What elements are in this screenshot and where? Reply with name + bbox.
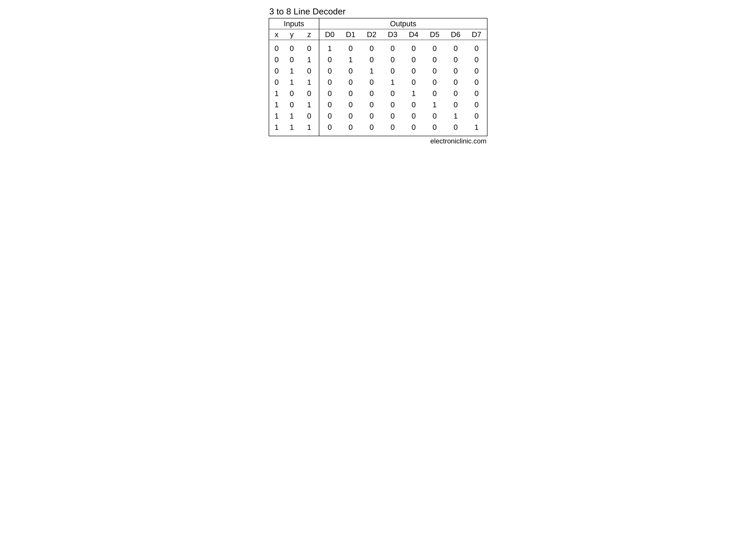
cell: 0 <box>361 76 382 88</box>
cell: 0 <box>361 54 382 66</box>
cell: 1 <box>299 122 319 136</box>
cell: 1 <box>361 66 382 76</box>
cell: 0 <box>319 110 340 122</box>
cell: 0 <box>403 110 424 122</box>
cell: 0 <box>340 40 361 54</box>
col-d6: D6 <box>445 29 466 40</box>
cell: 0 <box>382 122 403 136</box>
cell: 0 <box>403 122 424 136</box>
cell: 0 <box>340 122 361 136</box>
cell: 0 <box>403 40 424 54</box>
cell: 0 <box>424 76 445 88</box>
table-row: 1 0 1 0 0 0 0 0 1 0 0 <box>269 99 487 110</box>
cell: 1 <box>299 76 319 88</box>
cell: 0 <box>445 122 466 136</box>
cell: 0 <box>403 66 424 76</box>
cell: 0 <box>466 88 487 99</box>
source-credit: electroniclinic.com <box>269 137 487 145</box>
cell: 0 <box>299 40 319 54</box>
cell: 0 <box>361 40 382 54</box>
cell: 0 <box>284 40 299 54</box>
cell: 1 <box>340 54 361 66</box>
cell: 1 <box>424 99 445 110</box>
cell: 0 <box>424 54 445 66</box>
cell: 1 <box>299 54 319 66</box>
cell: 0 <box>466 66 487 76</box>
col-y: y <box>284 29 299 40</box>
outputs-group-header: Outputs <box>319 18 487 29</box>
cell: 0 <box>361 99 382 110</box>
cell: 0 <box>284 99 299 110</box>
cell: 0 <box>284 88 299 99</box>
cell: 0 <box>424 40 445 54</box>
cell: 0 <box>466 110 487 122</box>
cell: 0 <box>319 122 340 136</box>
cell: 0 <box>424 110 445 122</box>
table-row: 0 1 0 0 0 1 0 0 0 0 0 <box>269 66 487 76</box>
cell: 0 <box>445 88 466 99</box>
table-body: 0 0 0 1 0 0 0 0 0 0 0 0 0 1 0 1 0 0 0 <box>269 40 487 136</box>
cell: 0 <box>403 54 424 66</box>
cell: 0 <box>424 122 445 136</box>
cell: 0 <box>445 66 466 76</box>
cell: 0 <box>466 54 487 66</box>
cell: 0 <box>319 88 340 99</box>
table-row: 0 1 1 0 0 0 1 0 0 0 0 <box>269 76 487 88</box>
table-group-header-row: Inputs Outputs <box>269 18 487 29</box>
cell: 1 <box>269 88 284 99</box>
col-d5: D5 <box>424 29 445 40</box>
cell: 0 <box>299 110 319 122</box>
truth-table: Inputs Outputs x y z D0 D1 D2 D3 D4 D5 D… <box>269 18 487 136</box>
inputs-group-header: Inputs <box>269 18 319 29</box>
cell: 0 <box>361 88 382 99</box>
col-d3: D3 <box>382 29 403 40</box>
col-d2: D2 <box>361 29 382 40</box>
cell: 1 <box>382 76 403 88</box>
cell: 0 <box>445 99 466 110</box>
cell: 0 <box>319 66 340 76</box>
cell: 0 <box>340 110 361 122</box>
cell: 0 <box>299 88 319 99</box>
cell: 1 <box>284 122 299 136</box>
cell: 1 <box>269 99 284 110</box>
cell: 0 <box>319 99 340 110</box>
cell: 1 <box>269 122 284 136</box>
cell: 0 <box>340 66 361 76</box>
cell: 1 <box>445 110 466 122</box>
table-row: 1 1 0 0 0 0 0 0 0 1 0 <box>269 110 487 122</box>
cell: 0 <box>382 110 403 122</box>
cell: 0 <box>361 110 382 122</box>
cell: 0 <box>269 66 284 76</box>
cell: 0 <box>361 122 382 136</box>
cell: 0 <box>445 54 466 66</box>
cell: 0 <box>403 99 424 110</box>
cell: 0 <box>340 88 361 99</box>
cell: 0 <box>269 54 284 66</box>
cell: 1 <box>284 66 299 76</box>
cell: 0 <box>382 88 403 99</box>
cell: 0 <box>382 66 403 76</box>
cell: 1 <box>284 76 299 88</box>
col-z: z <box>299 29 319 40</box>
cell: 1 <box>284 110 299 122</box>
cell: 0 <box>466 76 487 88</box>
table-row: 1 1 1 0 0 0 0 0 0 0 1 <box>269 122 487 136</box>
col-d4: D4 <box>403 29 424 40</box>
page: 3 to 8 Line Decoder Inputs Outputs x y z… <box>269 6 487 145</box>
cell: 1 <box>466 122 487 136</box>
cell: 0 <box>424 88 445 99</box>
table-row: 0 0 1 0 1 0 0 0 0 0 0 <box>269 54 487 66</box>
col-d7: D7 <box>466 29 487 40</box>
cell: 1 <box>403 88 424 99</box>
col-x: x <box>269 29 284 40</box>
cell: 0 <box>319 76 340 88</box>
cell: 1 <box>299 99 319 110</box>
cell: 0 <box>382 99 403 110</box>
cell: 0 <box>319 54 340 66</box>
cell: 0 <box>269 40 284 54</box>
cell: 0 <box>445 76 466 88</box>
cell: 1 <box>269 110 284 122</box>
cell: 0 <box>466 99 487 110</box>
table-row: 1 0 0 0 0 0 0 1 0 0 0 <box>269 88 487 99</box>
cell: 0 <box>382 40 403 54</box>
